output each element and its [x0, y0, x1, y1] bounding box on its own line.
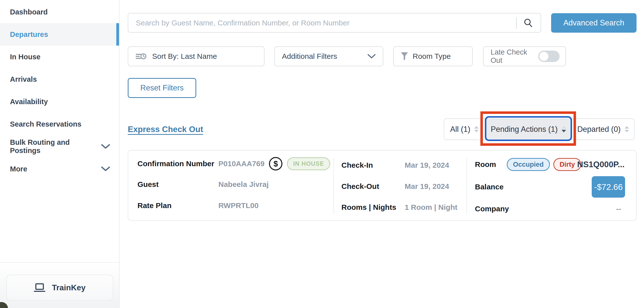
search-bar	[128, 13, 541, 33]
laptop-icon	[34, 283, 45, 293]
rooms-nights-label: Rooms | Nights	[342, 203, 396, 212]
additional-filters-label: Additional Filters	[282, 52, 337, 61]
search-icon[interactable]	[523, 18, 533, 28]
tab-pending-actions-label: Pending Actions (1)	[491, 125, 558, 134]
advanced-search-button[interactable]: Advanced Search	[551, 13, 636, 33]
sort-by-label: Sort By: Last Name	[152, 52, 217, 61]
check-in-label: Check-In	[342, 161, 373, 169]
room-number-value: NS1Q000P...	[577, 160, 624, 169]
sidebar-item-dashboard[interactable]: Dashboard	[0, 1, 119, 23]
room-type-filter[interactable]: Room Type	[393, 46, 473, 66]
sidebar-item-departures[interactable]: Departures	[0, 23, 119, 46]
guest-label: Guest	[138, 180, 159, 189]
check-out-label: Check-Out	[342, 182, 379, 191]
toggle-knob	[540, 52, 548, 61]
trainkey-label: TrainKey	[52, 283, 86, 292]
dollar-circle-icon[interactable]: $	[269, 157, 282, 170]
occupied-badge: Occupied	[507, 158, 550, 171]
search-input[interactable]	[135, 19, 516, 28]
reset-filters-button[interactable]: Reset Filters	[128, 78, 196, 98]
room-status-badges: Occupied Dirty	[507, 158, 581, 171]
balance-amount-chip[interactable]: -$72.66	[592, 176, 625, 198]
sidebar-item-more[interactable]: More	[0, 158, 119, 180]
card-divider	[334, 158, 334, 214]
rooms-nights-value: 1 Room | Night	[405, 203, 458, 212]
sort-arrows-icon	[624, 126, 629, 132]
sidebar-divider	[0, 262, 119, 263]
rate-plan-label: Rate Plan	[138, 201, 172, 210]
departures-page: Dashboard Departures In House Arrivals A…	[0, 0, 644, 308]
chevron-down-icon	[101, 166, 110, 171]
sidebar-item-search-reservations[interactable]: Search Reservations	[0, 113, 119, 135]
confirmation-number-value: P010AAA769	[218, 159, 264, 168]
balance-label: Balance	[475, 183, 504, 191]
sort-icon	[136, 52, 147, 61]
funnel-icon	[401, 52, 408, 61]
room-label: Room	[475, 160, 496, 169]
late-check-out-toggle[interactable]	[538, 51, 560, 62]
tab-departed-label: Departed (0)	[577, 125, 620, 134]
rate-plan-value: RWPRTL00	[218, 201, 258, 210]
sidebar-item-label: Departures	[10, 31, 48, 39]
room-type-label: Room Type	[413, 52, 451, 61]
check-out-value: Mar 19, 2024	[405, 182, 449, 191]
search-divider	[516, 17, 517, 29]
company-value: --	[616, 205, 621, 213]
sidebar-item-label: Arrivals	[10, 75, 37, 84]
sidebar-item-bulk-routing[interactable]: Bulk Routing and Postings	[0, 135, 119, 158]
tab-pending-actions[interactable]: Pending Actions (1)	[484, 119, 572, 140]
sidebar-item-label: Availability	[10, 98, 48, 106]
check-in-value: Mar 19, 2024	[405, 161, 449, 169]
sidebar-item-in-house[interactable]: In House	[0, 46, 119, 68]
trainkey-button[interactable]: TrainKey	[6, 275, 113, 301]
sort-arrows-icon	[474, 126, 479, 132]
chevron-down-icon	[101, 144, 110, 149]
dirty-badge: Dirty	[553, 158, 581, 171]
sidebar-nav: Dashboard Departures In House Arrivals A…	[0, 1, 119, 180]
tab-all[interactable]: All (1)	[444, 119, 484, 140]
sidebar-item-label: Dashboard	[10, 8, 48, 16]
additional-filters-dropdown[interactable]: Additional Filters	[274, 46, 383, 66]
tab-all-label: All (1)	[450, 125, 470, 134]
sidebar-item-label: Bulk Routing and Postings	[10, 138, 101, 155]
tab-departed[interactable]: Departed (0)	[572, 119, 634, 140]
company-label: Company	[475, 205, 509, 213]
sidebar-item-label: More	[10, 165, 27, 173]
confirmation-number-row: P010AAA769 $ IN HOUSE	[218, 157, 330, 170]
departures-tab-group: All (1) Pending Actions (1) Departed (0)	[444, 118, 634, 140]
in-house-status-badge: IN HOUSE	[287, 157, 330, 170]
reservation-card: Confirmation Number P010AAA769 $ IN HOUS…	[128, 150, 636, 221]
late-check-out-filter: Late Check Out	[483, 46, 566, 66]
sidebar-item-label: Search Reservations	[10, 120, 82, 128]
sidebar-item-arrivals[interactable]: Arrivals	[0, 68, 119, 91]
sidebar-item-availability[interactable]: Availability	[0, 91, 119, 113]
sort-by-dropdown[interactable]: Sort By: Last Name	[128, 46, 264, 66]
chevron-down-icon	[367, 54, 376, 59]
sort-arrows-icon	[562, 126, 566, 132]
confirmation-number-label: Confirmation Number	[138, 159, 214, 168]
sidebar: Dashboard Departures In House Arrivals A…	[0, 0, 120, 308]
express-check-out-link[interactable]: Express Check Out	[128, 125, 203, 134]
card-divider	[466, 158, 467, 214]
late-check-out-label: Late Check Out	[490, 48, 538, 65]
sidebar-item-label: In House	[10, 53, 40, 61]
guest-value: Nabeela Jivraj	[218, 180, 269, 189]
